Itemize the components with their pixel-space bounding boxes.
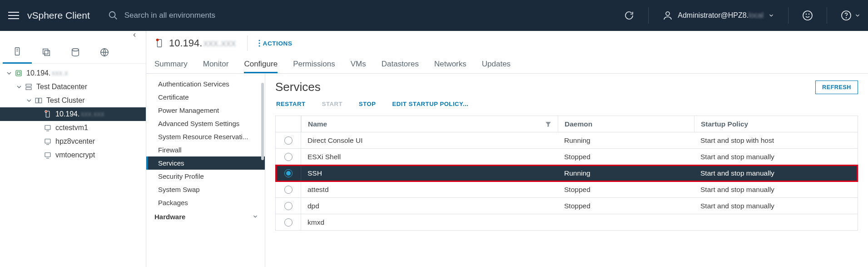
row-radio[interactable] (284, 169, 293, 177)
tree-node-vcenter[interactable]: 10.194.xxx.x (0, 66, 146, 80)
tab-datastores[interactable]: Datastores (382, 60, 419, 73)
svg-point-32 (258, 43, 260, 44)
row-radio[interactable] (284, 202, 293, 210)
table-row[interactable]: SSHRunningStart and stop manually (276, 165, 858, 181)
scrollbar-thumb[interactable] (261, 83, 264, 160)
table-row[interactable]: dpdStoppedStart and stop manually (276, 198, 858, 214)
cell-startup-policy: Start and stop manually (694, 153, 858, 161)
column-daemon[interactable]: Daemon (558, 116, 694, 132)
stop-action[interactable]: STOP (359, 101, 376, 107)
tree-node-cluster[interactable]: Test Cluster (0, 94, 146, 107)
row-radio-cell (276, 165, 301, 181)
svg-rect-16 (17, 72, 20, 75)
chevron-down-icon[interactable] (5, 70, 13, 77)
cell-daemon: Stopped (558, 153, 694, 161)
app-title: vSphere Client (27, 10, 90, 21)
table-row[interactable]: ESXi ShellStoppedStart and stop manually (276, 149, 858, 165)
vm-icon (44, 151, 52, 159)
cell-startup-policy: Start and stop manually (694, 186, 858, 194)
menu-hamburger-icon[interactable] (0, 12, 27, 19)
services-panel: Services REFRESH RESTART START STOP EDIT… (265, 74, 868, 267)
tree-node-vm[interactable]: vmtoencrypt (0, 148, 146, 162)
vms-templates-view-tab[interactable] (32, 41, 61, 64)
filter-icon[interactable] (545, 121, 551, 127)
tab-updates[interactable]: Updates (482, 60, 511, 73)
column-select (276, 116, 301, 132)
tab-summary[interactable]: Summary (154, 60, 188, 73)
cfg-item-advanced-settings[interactable]: Advanced System Settings (146, 117, 265, 130)
collapse-panel-icon[interactable] (131, 32, 138, 38)
actions-menu[interactable]: ACTIONS (258, 40, 293, 47)
configure-content: Authentication Services Certificate Powe… (146, 74, 868, 267)
svg-rect-27 (45, 153, 50, 157)
tab-networks[interactable]: Networks (434, 60, 466, 73)
svg-rect-8 (15, 48, 19, 55)
cfg-section-hardware[interactable]: Hardware (146, 209, 265, 224)
cfg-item-security-profile[interactable]: Security Profile (146, 170, 265, 183)
cfg-item-services[interactable]: Services (146, 156, 265, 170)
svg-rect-25 (45, 139, 50, 143)
cfg-item-certificate[interactable]: Certificate (146, 91, 265, 104)
table-row[interactable]: Direct Console UIRunningStart and stop w… (276, 132, 858, 149)
cell-name: Direct Console UI (301, 136, 558, 145)
svg-point-22 (45, 111, 47, 113)
svg-marker-34 (546, 122, 551, 127)
tab-vms[interactable]: VMs (351, 60, 366, 73)
cfg-item-sys-resource[interactable]: System Resource Reservati... (146, 130, 265, 143)
svg-point-30 (156, 39, 159, 41)
column-name[interactable]: Name (301, 116, 558, 132)
tree-node-vm[interactable]: cctestvm1 (0, 121, 146, 135)
row-radio[interactable] (284, 186, 293, 194)
help-menu[interactable] (833, 0, 868, 31)
refresh-global-button[interactable] (616, 0, 642, 31)
chevron-down-icon[interactable] (15, 83, 23, 91)
networking-view-tab[interactable] (90, 41, 119, 64)
svg-point-5 (809, 14, 809, 15)
hosts-clusters-view-tab[interactable] (3, 41, 32, 64)
services-table: Name Daemon Startup Policy Direct Consol… (275, 116, 858, 231)
cfg-item-firewall[interactable]: Firewall (146, 143, 265, 156)
search-input[interactable] (124, 11, 306, 20)
row-radio[interactable] (284, 153, 293, 161)
cfg-item-system-swap[interactable]: System Swap (146, 183, 265, 196)
tab-configure[interactable]: Configure (244, 60, 278, 73)
storage-view-tab[interactable] (61, 41, 90, 64)
cell-daemon: Stopped (558, 202, 694, 210)
network-icon (99, 47, 109, 57)
svg-point-2 (666, 12, 670, 15)
table-row[interactable]: attestdStoppedStart and stop manually (276, 181, 858, 198)
tree-node-datacenter[interactable]: Test Datacenter (0, 80, 146, 94)
smiley-icon (802, 10, 813, 21)
chevron-down-icon (768, 12, 774, 19)
tree-node-vm[interactable]: hpz8vcenter (0, 135, 146, 148)
column-startup-policy[interactable]: Startup Policy (694, 116, 858, 132)
tab-permissions[interactable]: Permissions (293, 60, 335, 73)
svg-rect-15 (16, 71, 21, 76)
feedback-button[interactable] (795, 0, 820, 31)
inventory-panel: 10.194.xxx.x Test Datacenter Test Cluste… (0, 31, 146, 267)
row-radio[interactable] (284, 136, 293, 145)
tree-node-host[interactable]: 10.194.xxx.xxx (0, 107, 146, 121)
cfg-item-packages[interactable]: Packages (146, 196, 265, 209)
table-row[interactable]: kmxd (276, 214, 858, 231)
row-radio[interactable] (284, 218, 293, 227)
refresh-button[interactable]: REFRESH (815, 81, 858, 94)
user-menu[interactable]: Administrator@HPZ8.local (655, 0, 782, 31)
user-icon (662, 10, 673, 21)
cell-startup-policy: Start and stop with host (694, 136, 858, 145)
restart-action[interactable]: RESTART (276, 101, 306, 107)
panel-header: Services REFRESH (275, 80, 858, 94)
main-area: 10.194.xxx.x Test Datacenter Test Cluste… (0, 31, 868, 267)
chevron-down-icon[interactable] (25, 97, 33, 104)
panel-title: Services (275, 80, 321, 94)
cfg-item-power-mgmt[interactable]: Power Management (146, 104, 265, 117)
refresh-icon (624, 10, 635, 21)
tab-monitor[interactable]: Monitor (203, 60, 229, 73)
svg-rect-11 (43, 49, 48, 54)
cfg-item-auth-services[interactable]: Authentication Services (146, 77, 265, 91)
edit-startup-policy-action[interactable]: EDIT STARTUP POLICY... (392, 101, 469, 107)
tree-node-label: cctestvm1 (55, 124, 88, 132)
datacenter-icon (25, 83, 33, 91)
svg-point-7 (846, 18, 847, 18)
svg-point-3 (803, 11, 812, 20)
